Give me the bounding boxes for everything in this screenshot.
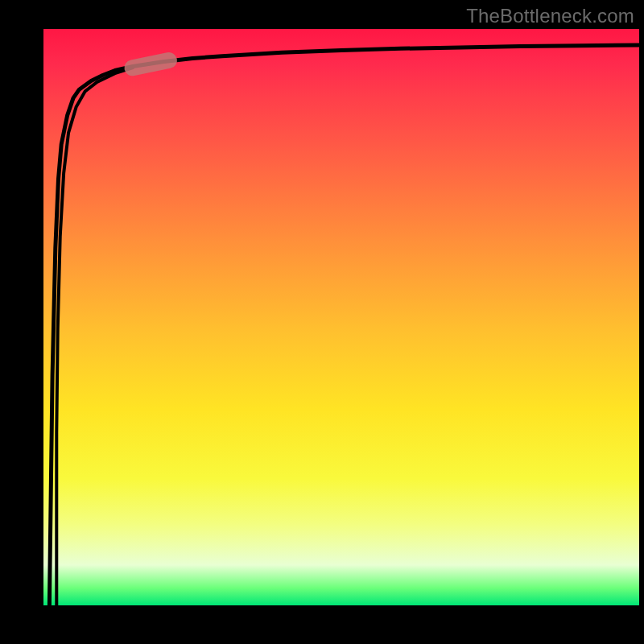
bottleneck-curve <box>49 45 639 605</box>
curve-layer <box>43 29 639 605</box>
highlight-pill <box>122 51 178 77</box>
chart-frame: TheBottleneck.com <box>0 0 644 644</box>
svg-rect-0 <box>122 51 178 77</box>
plot-area <box>43 29 639 605</box>
attribution-text: TheBottleneck.com <box>466 5 634 27</box>
bottleneck-curve-inner <box>56 68 133 605</box>
